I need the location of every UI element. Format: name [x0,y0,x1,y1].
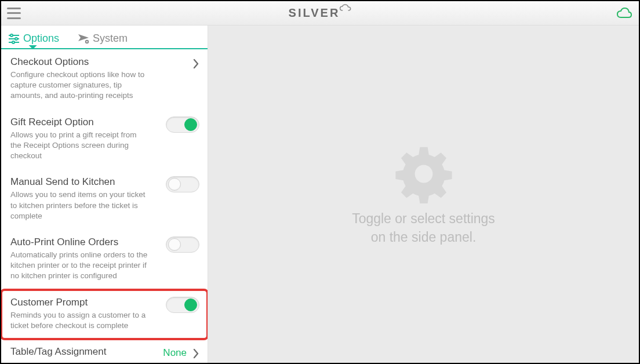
item-auto-print-online: Auto-Print Online Orders Automatically p… [1,230,208,290]
toggle-customer-prompt[interactable] [166,297,199,313]
item-manual-send-kitchen: Manual Send to Kitchen Allows you to sen… [1,169,208,230]
sliders-icon [8,34,20,44]
chevron-right-icon [192,348,199,359]
item-desc: Allows you to send items on your ticket … [10,190,150,221]
toggle-auto-print-online[interactable] [166,236,199,253]
toggle-gift-receipt[interactable] [166,117,199,133]
tab-options[interactable]: Options [5,30,63,48]
item-customer-prompt: Customer Prompt Reminds you to assign a … [1,290,208,339]
main-detail-pane: Toggle or select settings on the side pa… [208,26,639,363]
svg-point-7 [86,41,88,42]
item-title: Checkout Options [10,56,198,68]
tab-system-label: System [93,32,128,45]
svg-point-1 [10,34,13,37]
brand-logo: SILVER [289,6,352,20]
header-bar: SILVER [1,1,639,26]
item-desc: Automatically prints online orders to th… [10,250,150,282]
sidebar-tabs: Options System [1,26,208,49]
settings-list: Checkout Options Configure checkout opti… [1,49,208,363]
toggle-manual-send-kitchen[interactable] [166,176,199,192]
item-table-tag-assignment[interactable]: Table/Tag Assignment None [1,339,208,362]
cloud-status-icon[interactable] [616,7,633,20]
item-value: None [163,347,187,359]
svg-point-5 [12,41,14,43]
hamburger-icon[interactable] [7,8,21,19]
paperplane-gear-icon [78,34,89,44]
chevron-right-icon [192,59,199,69]
svg-point-3 [15,38,17,40]
item-desc: Allows you to print a gift receipt from … [10,130,150,162]
svg-point-8 [414,165,432,183]
tab-options-label: Options [23,32,59,45]
gear-icon [392,142,456,206]
settings-sidebar: Options System Checkout Options Configur… [1,26,208,363]
item-checkout-options[interactable]: Checkout Options Configure checkout opti… [1,49,208,110]
tab-system[interactable]: System [74,30,131,48]
item-desc: Reminds you to assign a customer to a ti… [10,310,150,331]
placeholder-text: Toggle or select settings on the side pa… [352,209,495,246]
item-desc: Configure checkout options like how to c… [10,70,150,101]
item-gift-receipt: Gift Receipt Option Allows you to print … [1,110,208,170]
